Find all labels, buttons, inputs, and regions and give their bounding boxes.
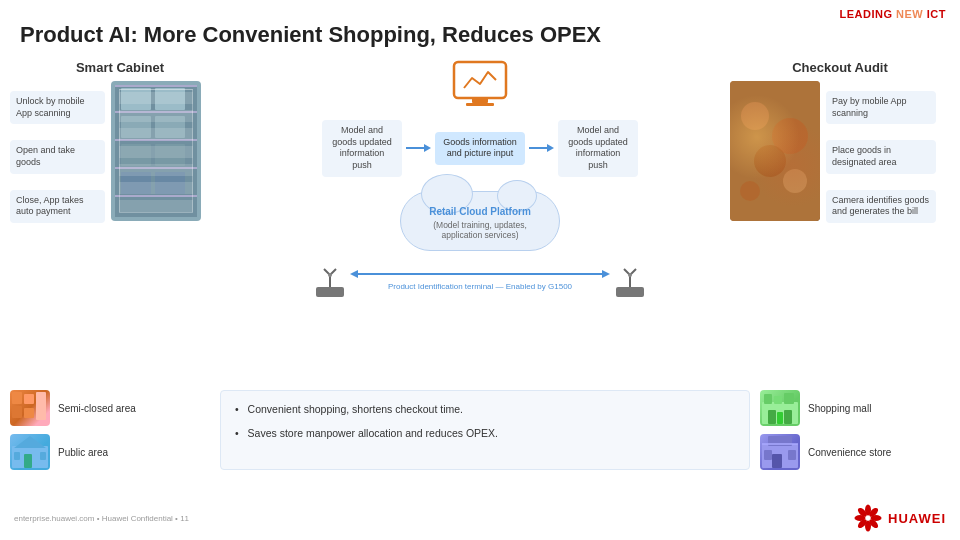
- brand-leading: LEADING: [839, 8, 892, 20]
- svg-point-32: [783, 169, 807, 193]
- middle-column: Model and goods updated information push…: [230, 60, 730, 299]
- footer-left-text: enterprise.huawei.com • Huawei Confident…: [14, 514, 189, 523]
- router-left: [310, 263, 350, 299]
- bullet-2: • Saves store manpower allocation and re…: [235, 425, 735, 443]
- svg-rect-51: [777, 412, 783, 424]
- svg-rect-14: [155, 172, 185, 194]
- svg-rect-55: [764, 450, 772, 460]
- svg-rect-16: [472, 98, 488, 103]
- smart-cabinet-section: Smart Cabinet Unlock by mobile App scann…: [10, 60, 230, 223]
- bullet-text-2: Saves store manpower allocation and redu…: [248, 427, 498, 439]
- router-left-svg: [312, 265, 348, 299]
- svg-rect-3: [115, 111, 197, 113]
- brand-new: NEW: [892, 8, 923, 20]
- svg-rect-28: [730, 81, 820, 221]
- checkout-audit-label: Checkout Audit: [730, 60, 950, 75]
- svg-rect-18: [316, 287, 344, 297]
- footer: enterprise.huawei.com • Huawei Confident…: [14, 504, 946, 532]
- checkout-step-2: Place goods in designated area: [826, 140, 936, 173]
- huawei-text: HUAWEI: [888, 511, 946, 526]
- router-right-svg: [612, 265, 648, 299]
- cloud-title: Retail Cloud Platform: [417, 206, 543, 217]
- svg-point-33: [740, 181, 760, 201]
- cabinet-step-2: Open and take goods: [10, 140, 105, 173]
- router-row: Product Identification terminal — Enable…: [310, 263, 650, 299]
- checkout-svg: [730, 81, 820, 221]
- bullet-text-1: Convenient shopping, shortens checkout t…: [248, 403, 463, 415]
- svg-rect-42: [24, 454, 32, 468]
- checkout-audit-section: Checkout Audit Pay by mobile App scannin…: [730, 60, 950, 223]
- svg-point-30: [772, 118, 808, 154]
- shopping-mall-icon: [760, 390, 800, 426]
- svg-rect-13: [121, 172, 151, 194]
- svg-rect-5: [115, 167, 197, 169]
- bullet-1: • Convenient shopping, shortens checkout…: [235, 401, 735, 419]
- shopping-mall-label: Shopping mall: [808, 402, 871, 415]
- convenience-store-icon: [760, 434, 800, 470]
- store-item-conv: Convenience store: [760, 434, 950, 470]
- store-item-mall: Shopping mall: [760, 390, 950, 426]
- cabinet-content: Unlock by mobile App scanning Open and t…: [10, 81, 230, 223]
- checkout-step-1: Pay by mobile App scanning: [826, 91, 936, 124]
- smart-cabinet-label: Smart Cabinet: [10, 60, 230, 75]
- svg-rect-38: [24, 408, 34, 418]
- center-info-box: Goods information and picture input: [435, 132, 525, 165]
- bottom-middle: • Convenient shopping, shortens checkout…: [220, 390, 750, 470]
- svg-rect-11: [121, 144, 151, 166]
- public-area-svg: [10, 434, 50, 470]
- svg-rect-35: [12, 392, 22, 404]
- public-area-icon: [10, 434, 50, 470]
- checkout-step-3: Camera identifies goods and generates th…: [826, 190, 936, 223]
- monitor-icon: [452, 60, 508, 108]
- diagram-row: Smart Cabinet Unlock by mobile App scann…: [10, 60, 950, 250]
- svg-rect-48: [784, 393, 794, 404]
- svg-rect-54: [772, 454, 782, 468]
- svg-rect-50: [784, 410, 792, 424]
- brand-header: LEADING NEW ICT: [839, 8, 946, 20]
- svg-rect-46: [764, 394, 772, 404]
- semi-closed-area-label: Semi-closed area: [58, 402, 136, 415]
- svg-rect-39: [36, 392, 46, 420]
- terminal-label: Product Identification terminal — Enable…: [388, 282, 572, 291]
- bottom-right: Shopping mall Convenience store: [760, 390, 950, 470]
- svg-rect-23: [616, 287, 644, 297]
- cabinet-svg: [111, 81, 201, 221]
- flow-row: Model and goods updated information push…: [230, 120, 730, 177]
- svg-point-27: [628, 273, 632, 277]
- svg-point-31: [754, 145, 786, 177]
- semi-closed-svg: [10, 390, 50, 426]
- cabinet-step-3: Close, App takes auto payment: [10, 190, 105, 223]
- svg-rect-6: [115, 195, 197, 197]
- svg-rect-12: [155, 144, 185, 166]
- left-info-box: Model and goods updated information push: [322, 120, 402, 177]
- bottom-section: Semi-closed area Public area • Conv: [10, 390, 950, 470]
- cloud-shape: Retail Cloud Platform (Model training, u…: [400, 191, 560, 251]
- cloud-subtitle: (Model training, updates, application se…: [417, 220, 543, 240]
- huawei-flower-icon: [854, 504, 882, 532]
- brand-ict: ICT: [923, 8, 946, 20]
- page-title: Product AI: More Convenient Shopping, Re…: [20, 22, 601, 48]
- semi-closed-area-icon: [10, 390, 50, 426]
- svg-rect-44: [40, 452, 46, 460]
- svg-rect-4: [115, 139, 197, 141]
- svg-rect-0: [111, 81, 201, 221]
- svg-rect-15: [454, 62, 506, 98]
- router-right: [610, 263, 650, 299]
- main-area: Smart Cabinet Unlock by mobile App scann…: [10, 60, 950, 490]
- area-item-public: Public area: [10, 434, 210, 470]
- svg-rect-56: [788, 450, 796, 460]
- bullet-marker-1: •: [235, 403, 242, 415]
- svg-rect-7: [121, 88, 151, 110]
- arrow-line-2: [529, 147, 547, 149]
- monitor-wrapper: [452, 60, 508, 112]
- area-item-semi: Semi-closed area: [10, 390, 210, 426]
- svg-rect-36: [24, 394, 34, 404]
- cabinet-step-1: Unlock by mobile App scanning: [10, 91, 105, 124]
- svg-point-22: [328, 273, 332, 277]
- svg-rect-9: [121, 116, 151, 138]
- svg-marker-41: [14, 436, 46, 448]
- arrow-to-center: [406, 144, 431, 152]
- cabinet-image: [111, 81, 201, 221]
- footer-logo: HUAWEI: [854, 504, 946, 532]
- svg-rect-43: [14, 452, 20, 460]
